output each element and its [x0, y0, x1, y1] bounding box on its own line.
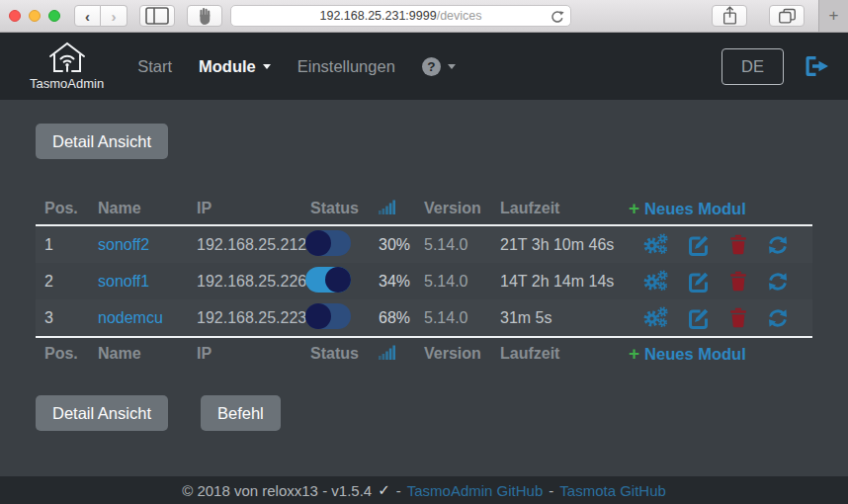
footer-name: Name	[98, 345, 197, 363]
device-link[interactable]: sonoff2	[98, 236, 197, 254]
cell-uptime: 21T 3h 10m 46s	[500, 236, 629, 254]
logout-button[interactable]	[804, 54, 830, 78]
chevron-down-icon	[263, 64, 271, 69]
edit-icon	[688, 271, 710, 293]
cell-version: 5.14.0	[424, 236, 500, 254]
trash-icon	[729, 271, 747, 292]
device-link[interactable]: sonoff1	[98, 273, 197, 291]
url-path: /devices	[437, 9, 482, 23]
device-link[interactable]: nodemcu	[98, 309, 197, 327]
power-toggle[interactable]	[305, 303, 351, 329]
nav-item-start[interactable]: Start	[137, 57, 172, 76]
add-module-link[interactable]: + Neues Modul	[629, 198, 812, 219]
power-toggle[interactable]	[305, 267, 351, 293]
refresh-device-button[interactable]	[767, 234, 789, 256]
device-settings-button[interactable]	[642, 233, 668, 256]
header-pos: Pos.	[44, 200, 98, 217]
refresh-icon	[767, 234, 789, 256]
cell-uptime: 31m 5s	[500, 309, 629, 327]
cell-pos: 1	[44, 236, 98, 254]
command-button[interactable]: Befehl	[201, 395, 281, 431]
sign-out-icon	[804, 54, 830, 78]
tasmoadmin-github-link[interactable]: TasmoAdmin GitHub	[407, 482, 544, 499]
footer-pos: Pos.	[44, 345, 98, 363]
close-window-button[interactable]	[9, 10, 21, 22]
sidebar-toggle-button[interactable]	[139, 5, 175, 27]
nav-item-einstellungen[interactable]: Einstellungen	[297, 57, 395, 76]
cell-pos: 2	[44, 273, 98, 291]
browser-forward-button[interactable]: ›	[101, 5, 127, 27]
header-status: Status	[310, 200, 379, 217]
gears-icon	[642, 306, 668, 329]
delete-device-button[interactable]	[729, 271, 747, 292]
minimize-window-button[interactable]	[29, 10, 41, 22]
row-actions	[629, 233, 812, 256]
refresh-icon	[767, 307, 789, 329]
cell-uptime: 14T 2h 14m 14s	[500, 273, 629, 291]
device-table: Pos. Name IP Status Version Laufzeit + N…	[36, 193, 812, 370]
tab-overview-button[interactable]	[769, 5, 805, 27]
browser-chrome: ‹ › 192.168.25.231:9999/devices	[0, 0, 848, 33]
signal-strength-icon	[379, 200, 398, 214]
extension-button[interactable]	[187, 5, 222, 27]
check-icon: ✓	[378, 481, 390, 499]
footer-version: Version	[424, 345, 500, 363]
copyright-text: © 2018 von reloxx13 - v1.5.4	[182, 482, 372, 499]
delete-device-button[interactable]	[729, 307, 747, 328]
cell-status	[310, 303, 379, 333]
cell-pos: 3	[44, 309, 98, 327]
brand-label: TasmoAdmin	[30, 76, 104, 91]
page-reload-button[interactable]	[551, 10, 564, 27]
share-button[interactable]	[712, 5, 747, 27]
zoom-window-button[interactable]	[48, 10, 60, 22]
footer-separator: -	[549, 482, 553, 499]
add-module-label: Neues Modul	[644, 200, 746, 218]
row-actions	[629, 270, 812, 293]
gears-icon	[642, 270, 668, 293]
detail-view-button-bottom[interactable]: Detail Ansicht	[36, 395, 168, 431]
plus-icon: +	[629, 198, 639, 219]
cell-version: 5.14.0	[424, 309, 500, 327]
footer-ip: IP	[197, 345, 310, 363]
refresh-device-button[interactable]	[767, 307, 789, 329]
device-settings-button[interactable]	[642, 270, 668, 293]
nav-item-help[interactable]: ?	[422, 57, 456, 76]
table-row: 3 nodemcu 192.168.25.223 68% 5.14.0 31m …	[36, 299, 812, 336]
edit-icon	[688, 307, 710, 329]
add-module-label: Neues Modul	[644, 345, 746, 364]
footer-uptime: Laufzeit	[500, 345, 629, 363]
header-uptime: Laufzeit	[500, 200, 629, 217]
window-controls	[9, 10, 60, 22]
cell-signal: 30%	[379, 236, 424, 254]
toggle-knob	[305, 303, 331, 329]
toggle-knob	[305, 230, 331, 256]
language-button[interactable]: DE	[721, 48, 784, 85]
cell-signal: 34%	[379, 273, 424, 291]
sidebar-icon	[145, 7, 169, 25]
table-row: 1 sonoff2 192.168.25.212 30% 5.14.0 21T …	[36, 226, 812, 263]
device-settings-button[interactable]	[642, 306, 668, 329]
new-tab-button[interactable]: +	[818, 0, 848, 32]
edit-device-button[interactable]	[688, 271, 710, 293]
main-content: Detail Ansicht Pos. Name IP Status Versi…	[0, 100, 848, 476]
refresh-icon	[767, 271, 789, 293]
url-host: 192.168.25.231:9999	[319, 9, 436, 23]
delete-device-button[interactable]	[729, 234, 747, 255]
add-module-link[interactable]: + Neues Modul	[629, 343, 812, 365]
refresh-device-button[interactable]	[767, 271, 789, 293]
detail-view-button-top[interactable]: Detail Ansicht	[36, 124, 168, 159]
edit-device-button[interactable]	[688, 234, 710, 256]
reload-icon	[551, 10, 564, 24]
power-toggle[interactable]	[305, 230, 351, 256]
table-footer-row: Pos. Name IP Status Version Laufzeit + N…	[36, 338, 812, 370]
footer-signal	[379, 345, 424, 364]
header-name: Name	[98, 200, 197, 217]
edit-device-button[interactable]	[688, 307, 710, 329]
tasmota-github-link[interactable]: Tasmota GitHub	[559, 482, 666, 499]
header-version: Version	[424, 200, 500, 217]
brand[interactable]: TasmoAdmin	[30, 42, 104, 91]
browser-back-button[interactable]: ‹	[74, 5, 101, 27]
footer-separator: -	[396, 482, 401, 499]
address-bar[interactable]: 192.168.25.231:9999/devices	[230, 5, 571, 27]
nav-item-module[interactable]: Module	[199, 57, 271, 76]
